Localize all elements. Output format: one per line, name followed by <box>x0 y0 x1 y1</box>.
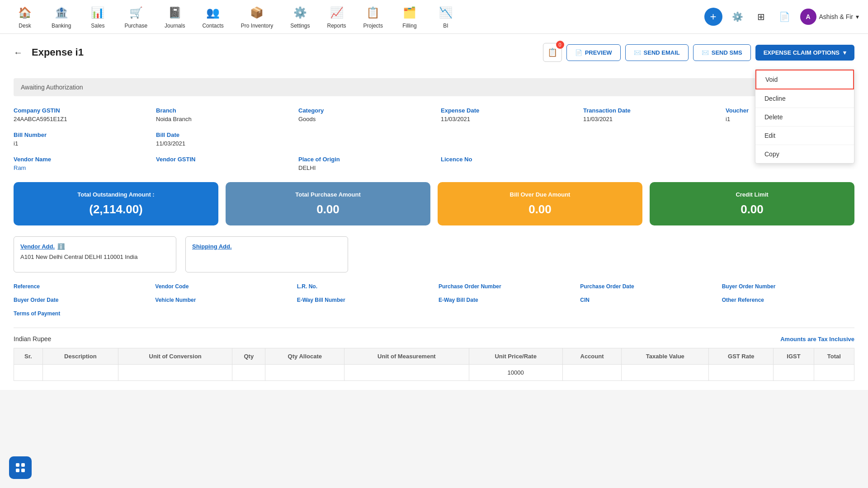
field-vendor-code: Vendor Code <box>155 283 288 290</box>
app-grid-button[interactable] <box>9 456 32 479</box>
nav-icon-settings: ⚙️ <box>292 5 308 21</box>
col-sr.: Sr. <box>14 348 43 365</box>
col-unit-of-conversion: Unit of Conversion <box>118 348 232 365</box>
form-row-3: Vendor Name Ram Vendor GSTIN Place of Or… <box>14 156 854 171</box>
detail-row-2: Buyer Order DateVehicle NumberE-Way Bill… <box>14 297 854 303</box>
nav-item-filling[interactable]: 🗂️ Filling <box>394 1 425 33</box>
back-button[interactable]: ← <box>14 47 23 58</box>
bill-number-field: Bill Number i1 <box>14 131 142 147</box>
nav-item-sales[interactable]: 📊 Sales <box>82 1 113 33</box>
col-unit-price/rate: Unit Price/Rate <box>469 348 562 365</box>
nav-item-pro_inventory[interactable]: 📦 Pro Inventory <box>235 1 279 33</box>
dropdown-item-copy[interactable]: Copy <box>755 145 854 163</box>
preview-icon: 📄 <box>575 49 582 56</box>
nav-label-purchase: Purchase <box>124 23 147 29</box>
field-cin: CIN <box>580 297 712 303</box>
nav-icon-reports: 📈 <box>329 5 345 21</box>
nav-item-bi[interactable]: 📉 BI <box>430 1 462 33</box>
credit-card: Credit Limit 0.00 <box>650 182 854 225</box>
notification-badge: 0 <box>556 41 564 49</box>
nav-item-contacts[interactable]: 👥 Contacts <box>196 1 230 33</box>
nav-item-journals[interactable]: 📓 Journals <box>158 1 191 33</box>
category-field: Category Goods <box>298 107 427 122</box>
sms-icon: ✉️ <box>702 49 709 56</box>
field-purchase-order-date: Purchase Order Date <box>580 283 712 290</box>
status-bar: Awaiting Authorization <box>14 78 854 96</box>
nav-item-banking[interactable]: 🏦 Banking <box>45 1 77 33</box>
purchase-card: Total Purchase Amount 0.00 <box>226 182 430 225</box>
shipping-address-box: Shipping Add. <box>185 236 348 272</box>
document-icon[interactable]: 📄 <box>777 9 793 25</box>
vendor-name-field: Vendor Name Ram <box>14 156 142 171</box>
dropdown-item-void[interactable]: Void <box>755 70 854 89</box>
nav-item-reports[interactable]: 📈 Reports <box>321 1 353 33</box>
table-header-row: Sr.DescriptionUnit of ConversionQtyQty A… <box>14 348 854 365</box>
nav-right: + ⚙️ ⊞ 📄 A Ashish & Fir ▾ <box>704 8 859 26</box>
overdue-card: Bill Over Due Amount 0.00 <box>438 182 642 225</box>
nav-item-projects[interactable]: 📋 Projects <box>357 1 389 33</box>
col-igst: IGST <box>774 348 814 365</box>
field-vehicle-number: Vehicle Number <box>155 297 288 303</box>
col-qty: Qty <box>232 348 265 365</box>
page-title: Expense i1 <box>32 47 84 58</box>
user-label: Ashish & Fir <box>819 13 853 20</box>
nav-icon-pro_inventory: 📦 <box>249 5 265 21</box>
nav-icon-journals: 📓 <box>167 5 183 21</box>
field-e-way-bill-number: E-Way Bill Number <box>297 297 429 303</box>
nav-label-filling: Filling <box>402 23 416 29</box>
nav-item-desk[interactable]: 🏠 Desk <box>9 1 41 33</box>
expense-claim-dropdown: VoidDeclineDeleteEditCopy <box>755 69 854 164</box>
col-total: Total <box>814 348 854 365</box>
chevron-down-icon: ▾ <box>856 13 859 20</box>
expense-claim-button[interactable]: EXPENSE CLAIM OPTIONS ▾ <box>755 45 854 61</box>
bell-icon: 📋 <box>547 47 557 57</box>
field-e-way-bill-date: E-Way Bill Date <box>439 297 571 303</box>
field-l.r.-no.: L.R. No. <box>297 283 429 290</box>
nav-icon-projects: 📋 <box>365 5 381 21</box>
dropdown-item-edit[interactable]: Edit <box>755 127 854 145</box>
nav-item-settings[interactable]: ⚙️ Settings <box>284 1 316 33</box>
table-header: Sr.DescriptionUnit of ConversionQtyQty A… <box>14 348 854 365</box>
header-actions: 📋 0 📄 PREVIEW ✉️ SEND EMAIL ✉️ SEND SMS … <box>543 43 854 62</box>
grid-icon[interactable]: ⊞ <box>753 9 769 25</box>
main-content: ← Expense i1 📋 0 📄 PREVIEW ✉️ SEND EMAIL… <box>0 34 868 390</box>
field-buyer-order-number: Buyer Order Number <box>722 283 854 290</box>
nav-label-desk: Desk <box>19 23 31 29</box>
col-description: Description <box>42 348 118 365</box>
vendor-address-box: Vendor Add. ℹ️ A101 New Delhi Central DE… <box>14 236 176 272</box>
col-taxable-value: Taxable Value <box>622 348 709 365</box>
avatar: A <box>800 9 816 25</box>
notification-button[interactable]: 📋 0 <box>543 43 562 62</box>
line-items-table: Sr.DescriptionUnit of ConversionQtyQty A… <box>14 348 854 381</box>
add-button[interactable]: + <box>704 8 722 26</box>
currency-label: Indian Rupee <box>14 335 51 343</box>
status-label: Awaiting Authorization <box>21 84 83 91</box>
nav-item-purchase[interactable]: 🛒 Purchase <box>118 1 154 33</box>
nav-label-sales: Sales <box>91 23 104 29</box>
dropdown-item-decline[interactable]: Decline <box>755 89 854 108</box>
table-row: 10000 <box>14 365 854 381</box>
chevron-down-icon: ▾ <box>843 49 846 56</box>
outstanding-card: Total Outstanding Amount : (2,114.00) <box>14 182 218 225</box>
nav-label-journals: Journals <box>165 23 185 29</box>
nav-label-settings: Settings <box>290 23 310 29</box>
col-gst-rate: GST Rate <box>709 348 774 365</box>
branch-field: Branch Noida Branch <box>156 107 285 122</box>
send-email-button[interactable]: ✉️ SEND EMAIL <box>625 44 689 61</box>
dropdown-item-delete[interactable]: Delete <box>755 108 854 127</box>
send-sms-button[interactable]: ✉️ SEND SMS <box>693 44 751 61</box>
detail-row-1: ReferenceVendor CodeL.R. No.Purchase Ord… <box>14 283 854 290</box>
settings-icon[interactable]: ⚙️ <box>730 9 746 25</box>
table-body: 10000 <box>14 365 854 381</box>
nav-label-projects: Projects <box>363 23 383 29</box>
nav-label-contacts: Contacts <box>202 23 223 29</box>
address-row: Vendor Add. ℹ️ A101 New Delhi Central DE… <box>14 236 854 272</box>
nav-items: 🏠 Desk 🏦 Banking 📊 Sales 🛒 Purchase 📓 Jo… <box>9 1 704 33</box>
nav-icon-banking: 🏦 <box>53 5 70 21</box>
shipping-address-link[interactable]: Shipping Add. <box>192 243 341 250</box>
preview-button[interactable]: 📄 PREVIEW <box>566 44 621 61</box>
user-menu[interactable]: A Ashish & Fir ▾ <box>800 9 859 25</box>
vendor-address-link[interactable]: Vendor Add. ℹ️ <box>20 243 170 250</box>
form-row-1: Company GSTIN 24AABCA5951E1Z1 Branch Noi… <box>14 107 854 122</box>
nav-icon-sales: 📊 <box>90 5 106 21</box>
